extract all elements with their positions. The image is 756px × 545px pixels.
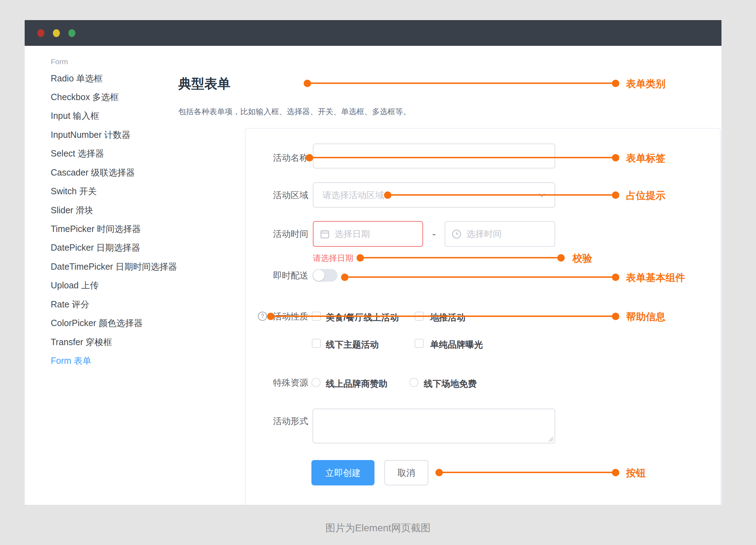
annotation-dot — [267, 313, 274, 320]
time-picker-placeholder: 选择时间 — [466, 228, 502, 240]
annotation-line-basic-components — [345, 276, 615, 278]
resize-handle[interactable] — [548, 436, 553, 442]
sidebar-item-switch[interactable]: Switch 开关 — [51, 186, 97, 196]
annotation-dot — [612, 469, 619, 476]
annotation-dot — [341, 274, 348, 281]
page-title: 典型表单 — [178, 75, 230, 93]
annotation-line-help-info — [271, 316, 615, 317]
annotation-dot — [306, 154, 313, 161]
time-picker-input[interactable]: 选择时间 — [445, 221, 555, 247]
checkbox-offline-theme[interactable] — [312, 339, 321, 348]
activity-name-label: 活动名称 — [225, 153, 308, 162]
activity-form-label: 活动形式 — [225, 416, 308, 425]
validation-message: 请选择日期 — [313, 253, 353, 264]
annotation-dot — [557, 254, 565, 262]
checkbox-label-brand-exposure[interactable]: 单纯品牌曝光 — [430, 339, 483, 350]
annotation-label-validation: 校验 — [572, 252, 592, 265]
annotation-dot — [612, 154, 619, 161]
sidebar-section-form: Form — [51, 57, 68, 66]
minimize-window-button[interactable] — [53, 29, 60, 37]
sidebar-item-colorpicker[interactable]: ColorPicker 颜色选择器 — [51, 318, 143, 328]
sidebar-item-timepicker[interactable]: TimePicker 时间选择器 — [51, 224, 141, 234]
annotation-line-buttons — [439, 472, 615, 473]
annotation-label-buttons: 按钮 — [626, 466, 646, 480]
annotation-label-placeholder: 占位提示 — [626, 189, 665, 202]
checkbox-label-offline-theme[interactable]: 线下主题活动 — [326, 339, 379, 350]
sidebar-item-form-active[interactable]: Form 表单 — [51, 356, 91, 366]
cancel-button[interactable]: 取消 — [384, 460, 428, 485]
zoom-window-button[interactable] — [68, 29, 75, 37]
date-picker-input[interactable]: 选择日期 — [313, 221, 423, 247]
sidebar-item-select[interactable]: Select 选择器 — [51, 149, 104, 158]
annotation-dot — [435, 469, 443, 476]
instant-delivery-switch[interactable] — [312, 269, 337, 282]
annotation-line-placeholder — [388, 194, 615, 196]
checkbox-label-ground-promo[interactable]: 地推活动 — [430, 312, 465, 323]
radio-label-online-sponsor[interactable]: 线上品牌商赞助 — [326, 378, 388, 390]
activity-time-label: 活动时间 — [225, 229, 308, 238]
sidebar-item-input[interactable]: Input 输入框 — [51, 111, 99, 121]
annotation-dot — [612, 313, 619, 320]
sidebar-item-slider[interactable]: Slider 滑块 — [51, 206, 93, 215]
window-titlebar — [25, 20, 721, 46]
radio-online-sponsor[interactable] — [311, 378, 321, 387]
annotation-dot — [612, 80, 619, 87]
checkbox-label-food-online[interactable]: 美食/餐厅线上活动 — [326, 312, 399, 323]
sidebar-item-datetimepicker[interactable]: DateTimePicker 日期时间选择器 — [51, 262, 177, 271]
sidebar-item-radio[interactable]: Radio 单选框 — [51, 74, 103, 83]
annotation-dot — [357, 254, 364, 262]
sidebar-item-checkbox[interactable]: Checkbox 多选框 — [51, 92, 119, 102]
sidebar-item-rate[interactable]: Rate 评分 — [51, 300, 89, 309]
annotation-line-form-category — [307, 82, 615, 84]
close-window-button[interactable] — [37, 29, 44, 37]
checkbox-brand-exposure[interactable] — [415, 339, 424, 348]
sidebar-item-upload[interactable]: Upload 上传 — [51, 281, 99, 290]
clock-icon — [452, 229, 461, 239]
sidebar-item-cascader[interactable]: Cascader 级联选择器 — [51, 168, 135, 177]
activity-form-textarea[interactable] — [312, 409, 555, 443]
calendar-icon — [320, 229, 330, 239]
region-select-placeholder: 请选择活动区域 — [322, 189, 384, 201]
instant-delivery-label: 即时配送 — [225, 271, 308, 280]
page-description: 包括各种表单项，比如输入框、选择器、开关、单选框、多选框等。 — [178, 106, 411, 117]
sidebar-item-datepicker[interactable]: DatePicker 日期选择器 — [51, 243, 140, 252]
annotation-label-form-label: 表单标签 — [626, 152, 665, 165]
switch-knob — [313, 270, 324, 281]
date-picker-placeholder: 选择日期 — [335, 228, 370, 240]
radio-label-offline-venue[interactable]: 线下场地免费 — [424, 378, 477, 390]
activity-name-input[interactable] — [313, 143, 555, 169]
annotation-label-form-category: 表单类别 — [626, 77, 665, 91]
annotation-line-validation — [360, 257, 561, 258]
special-resource-label: 特殊资源 — [225, 378, 308, 387]
annotation-line-form-label — [309, 157, 615, 158]
radio-offline-venue[interactable] — [409, 378, 419, 387]
annotation-dot — [304, 80, 311, 87]
annotation-dot — [612, 191, 619, 199]
image-caption: 图片为Element网页截图 — [0, 521, 756, 535]
annotation-dot — [384, 191, 391, 199]
annotation-dot — [612, 274, 619, 281]
annotation-label-basic-components: 表单基本组件 — [626, 271, 685, 284]
sidebar-item-inputnumber[interactable]: InputNumber 计数器 — [51, 130, 130, 140]
create-button[interactable]: 立即创建 — [311, 460, 374, 485]
activity-region-label: 活动区域 — [225, 190, 308, 200]
time-range-separator: - — [427, 221, 441, 247]
annotation-label-help-info: 帮助信息 — [626, 310, 665, 324]
sidebar-item-transfer[interactable]: Transfer 穿梭框 — [51, 337, 112, 347]
